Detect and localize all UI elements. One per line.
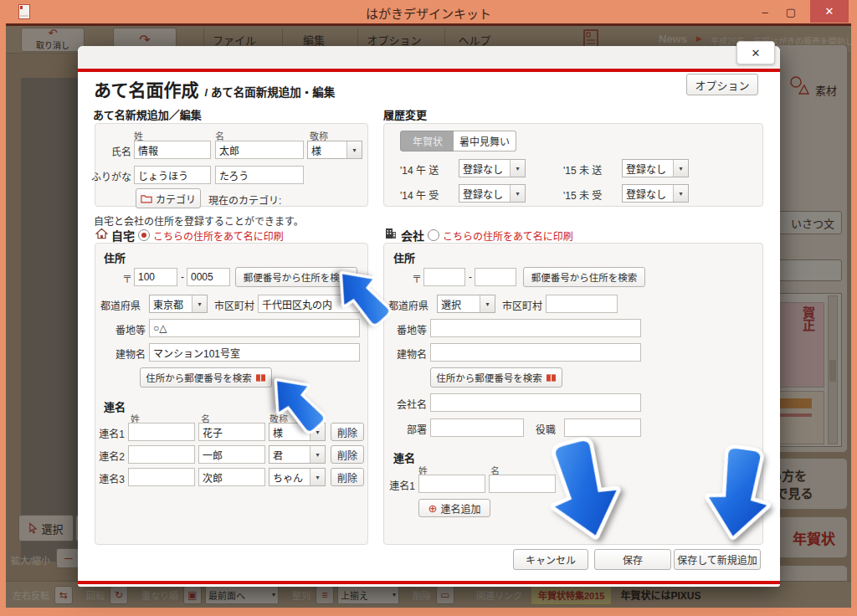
home-icon [95,228,108,239]
folder-icon [141,194,152,203]
home-heading: 自宅 [111,227,135,244]
chevron-down-icon: ▾ [310,446,325,463]
furigana-label: ふりがな [85,169,131,183]
dialog-close-button[interactable]: ✕ [736,41,775,64]
company-postal2-input[interactable] [475,268,516,286]
company-print-radio[interactable] [428,229,439,241]
current-category-label: 現在のカテゴリ: [208,192,281,207]
home-banchi-input[interactable] [149,319,360,337]
joint2-label: 連名2 [85,449,125,463]
register-note: 自宅と会社の住所を登録することができます。 [94,213,304,228]
joint3-label: 連名3 [85,471,125,485]
joint2-first-input[interactable] [198,445,265,464]
close-icon: ✕ [752,47,761,59]
home-building-label: 建物名 [99,346,146,361]
category-button[interactable]: カテゴリ [136,188,201,208]
home-address-heading: 住所 [104,249,126,265]
chevron-down-icon: ▾ [346,141,362,158]
home-pref-select[interactable]: 東京都 ▾ [149,295,208,313]
company-postal1-input[interactable] [423,268,465,286]
postal-mark: 〒 [412,271,422,285]
history-select-15-sent[interactable]: 登録なし ▾ [622,159,689,177]
home-print-radio[interactable] [138,229,150,241]
joint1-last-input[interactable] [128,423,195,441]
chevron-down-icon: ▾ [192,295,207,312]
dialog-title: あて名面作成 / あて名面新規追加・編集 [94,76,335,101]
maximize-icon[interactable]: ▢ [779,3,803,21]
joint1-first-input[interactable] [198,423,265,441]
furigana-first-input[interactable] [215,166,304,184]
company-pref-select[interactable]: 選択 ▾ [437,295,495,313]
name-section-heading: あて名新規追加／編集 [93,106,202,122]
company-search-by-address-button[interactable]: 住所から郵便番号を検索 [430,367,562,388]
home-postal1-input[interactable] [134,268,177,286]
postal-book-icon [255,373,266,382]
joint2-delete-button[interactable]: 削除 [331,445,364,464]
company-city-input[interactable] [546,295,618,313]
chevron-down-icon: ▾ [673,185,688,202]
company-dept-input[interactable] [430,418,524,437]
add-icon: ⊕ [428,502,438,515]
joint3-delete-button[interactable]: 削除 [331,468,364,486]
guide-arrow-save-new [694,430,784,555]
home-postal2-input[interactable] [187,268,230,286]
history-cell-label: '14 午 受 [400,187,439,202]
window-title: はがきデザインキット [0,4,857,22]
joint3-honorific-select[interactable]: ちゃん ▾ [269,468,326,486]
joint1-delete-button[interactable]: 削除 [331,423,364,441]
company-joint1-label: 連名1 [382,478,415,492]
history-cell-label: '15 未 受 [563,187,602,202]
tab-shochu[interactable]: 暑中見舞い [454,131,516,151]
joint2-honorific-select[interactable]: 君 ▾ [269,445,326,464]
company-building-input[interactable] [430,343,641,362]
save-button[interactable]: 保存 [594,549,671,570]
company-name-label: 会社名 [385,397,427,411]
joint1-label: 連名1 [85,426,125,440]
home-building-input[interactable] [149,343,360,362]
company-city-label: 市区町村 [502,298,542,312]
company-heading: 会社 [401,227,424,244]
home-banchi-label: 番地等 [99,322,146,336]
company-print-label: こちらの住所をあて名に印刷 [443,228,573,243]
company-joint1-last-input[interactable] [418,475,485,493]
home-city-label: 市区町村 [214,298,254,312]
home-search-by-address-button[interactable]: 住所から郵便番号を検索 [140,367,272,388]
postal-book-icon [546,373,557,382]
joint2-last-input[interactable] [128,445,195,464]
history-cell-label: '14 午 送 [400,162,439,177]
home-print-label: こちらの住所をあて名に印刷 [153,228,284,243]
options-button[interactable]: オプション [686,74,758,95]
last-name-input[interactable] [134,141,211,159]
company-joint-heading: 連名 [393,449,415,465]
window-titlebar: はがきデザインキット – ▢ ✕ [0,0,857,23]
first-name-input[interactable] [215,141,304,159]
company-search-by-postal-button[interactable]: 郵便番号から住所を検索 [523,267,645,287]
joint3-first-input[interactable] [198,468,265,486]
chevron-down-icon: ▾ [673,160,688,177]
company-address-heading: 住所 [393,249,415,265]
chevron-down-icon: ▾ [510,160,525,177]
add-joint-button[interactable]: ⊕ 連名追加 [418,499,490,517]
minimize-icon[interactable]: – [753,3,777,21]
furigana-last-input[interactable] [134,166,211,184]
address-dialog: ✕ あて名面作成 / あて名面新規追加・編集 オプション あて名新規追加／編集 … [78,46,780,587]
company-banchi-label: 番地等 [387,322,427,336]
company-name-input[interactable] [430,393,641,412]
chevron-down-icon: ▾ [480,295,495,312]
postal-mark: 〒 [122,271,132,285]
history-select-14-sent[interactable]: 登録なし ▾ [459,159,526,177]
history-select-14-received[interactable]: 登録なし ▾ [459,184,526,203]
joint3-last-input[interactable] [128,468,195,486]
dialog-red-line-top [78,69,780,72]
company-banchi-input[interactable] [430,319,641,337]
dialog-top-strip [78,46,780,69]
close-icon[interactable]: ✕ [810,0,849,23]
honorific-select[interactable]: 様 ▾ [307,141,362,159]
chevron-down-icon: ▾ [510,185,525,202]
tab-nenga[interactable]: 年賀状 [400,131,455,151]
history-select-15-received[interactable]: 登録なし ▾ [622,184,689,203]
building-icon [385,228,397,239]
name-label: 氏名 [95,144,131,158]
dialog-red-line-bottom [78,581,780,584]
chevron-down-icon: ▾ [310,469,325,485]
